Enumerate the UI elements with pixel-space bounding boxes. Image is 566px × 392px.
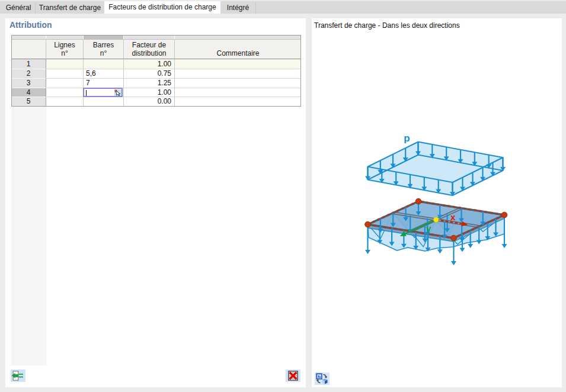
svg-text:p: p — [404, 133, 410, 144]
svg-text:x: x — [450, 212, 456, 222]
svg-text:y: y — [426, 223, 431, 233]
